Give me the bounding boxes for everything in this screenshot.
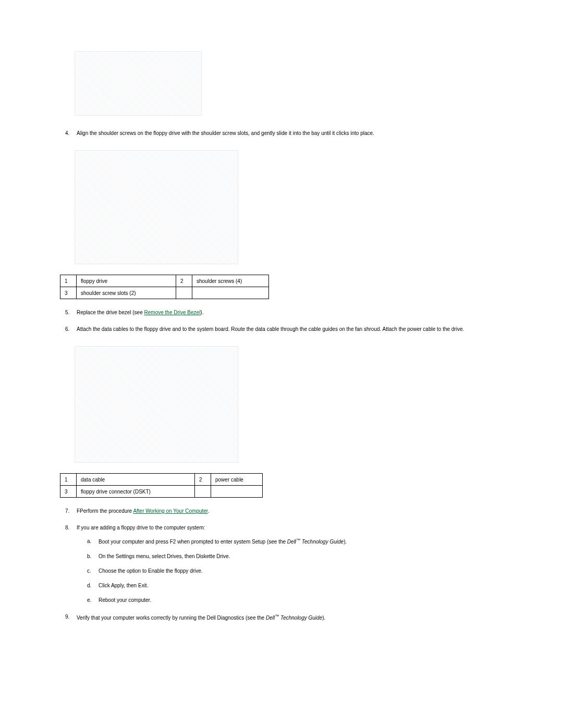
substep-number: c. <box>87 567 91 575</box>
substep-text: On the Settings menu, select Drives, the… <box>99 553 230 559</box>
substep-list: a. Boot your computer and press F2 when … <box>87 537 537 604</box>
diagram-chassis-slide-in <box>70 146 242 268</box>
step-text-before: Replace the drive bezel (see <box>77 310 144 315</box>
substep-text: Boot your computer and press F2 when pro… <box>99 539 347 545</box>
cell-index: 3 <box>60 486 77 498</box>
step-text-after: ). <box>200 310 203 315</box>
step-8: 8. If you are adding a floppy drive to t… <box>65 524 537 604</box>
cell-label: shoulder screw slots (2) <box>77 287 176 299</box>
table-row: 3 floppy drive connector (DSKT) <box>60 486 263 498</box>
cell-index: 3 <box>60 287 77 299</box>
cell-index: 2 <box>195 474 211 486</box>
table-row: 1 data cable 2 power cable <box>60 474 263 486</box>
step-9: 9. Verify that your computer works corre… <box>65 613 537 622</box>
substep-c: c. Choose the option to Enable the flopp… <box>87 567 537 575</box>
cell-label <box>192 287 269 299</box>
substep-text: Click Apply, then Exit. <box>99 583 148 588</box>
substep-e: e. Reboot your computer. <box>87 596 537 604</box>
step-text-after: . <box>208 508 210 514</box>
step-4: 4. Align the shoulder screws on the flop… <box>65 129 537 138</box>
cell-index: 1 <box>60 474 77 486</box>
link-after-working-on-computer[interactable]: After Working on Your Computer <box>133 508 207 514</box>
step-number: 6. <box>65 325 69 334</box>
callout-table-2: 1 data cable 2 power cable 3 floppy driv… <box>60 473 263 498</box>
substep-a: a. Boot your computer and press F2 when … <box>87 537 537 546</box>
step-text: Align the shoulder screws on the floppy … <box>77 130 374 136</box>
step-text: If you are adding a floppy drive to the … <box>77 525 205 530</box>
step-text: Attach the data cables to the floppy dri… <box>77 326 464 332</box>
instruction-list: 5. Replace the drive bezel (see Remove t… <box>65 309 537 334</box>
substep-b: b. On the Settings menu, select Drives, … <box>87 552 537 561</box>
substep-number: a. <box>87 537 91 546</box>
step-number: 4. <box>65 129 69 138</box>
cell-label <box>211 486 263 498</box>
cell-label: power cable <box>211 474 263 486</box>
cell-index <box>176 287 192 299</box>
substep-number: d. <box>87 582 91 590</box>
cell-index: 1 <box>60 275 77 287</box>
step-6: 6. Attach the data cables to the floppy … <box>65 325 537 334</box>
substep-number: e. <box>87 596 91 604</box>
table-row: 1 floppy drive 2 shoulder screws (4) <box>60 275 269 287</box>
diagram-floppy-drive-screws <box>70 47 206 120</box>
step-number: 5. <box>65 309 69 317</box>
substep-number: b. <box>87 552 91 561</box>
link-remove-drive-bezel[interactable]: Remove the Drive Bezel <box>144 310 201 315</box>
document-page: 4. Align the shoulder screws on the flop… <box>0 0 563 672</box>
step-number: 7. <box>65 507 69 515</box>
diagram-chassis-cables <box>70 342 242 467</box>
table-row: 3 shoulder screw slots (2) <box>60 287 269 299</box>
step-number: 9. <box>65 613 69 621</box>
cell-index: 2 <box>176 275 192 287</box>
cell-label: shoulder screws (4) <box>192 275 269 287</box>
cell-label: floppy drive connector (DSKT) <box>77 486 195 498</box>
instruction-list: 7. FPerform the procedure After Working … <box>65 507 537 622</box>
cell-label: data cable <box>77 474 195 486</box>
step-number: 8. <box>65 524 69 532</box>
substep-text: Reboot your computer. <box>99 597 151 603</box>
cell-index <box>195 486 211 498</box>
step-text-before: FPerform the procedure <box>77 508 133 514</box>
substep-d: d. Click Apply, then Exit. <box>87 582 537 590</box>
step-5: 5. Replace the drive bezel (see Remove t… <box>65 309 537 317</box>
cell-label: floppy drive <box>77 275 176 287</box>
instruction-list: 4. Align the shoulder screws on the flop… <box>65 129 537 138</box>
callout-table-1: 1 floppy drive 2 shoulder screws (4) 3 s… <box>60 275 269 299</box>
step-text: Verify that your computer works correctl… <box>77 615 325 621</box>
substep-text: Choose the option to Enable the floppy d… <box>99 568 203 574</box>
step-7: 7. FPerform the procedure After Working … <box>65 507 537 515</box>
